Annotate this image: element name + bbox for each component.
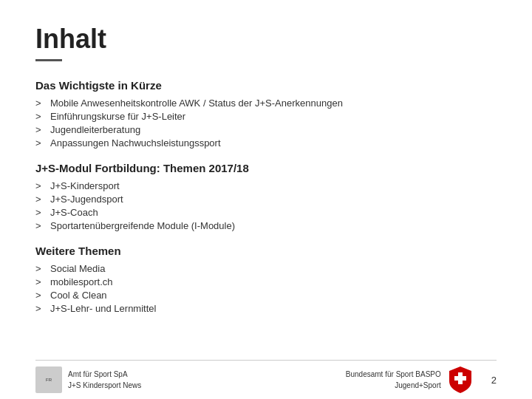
footer-right-line1: Bundesamt für Sport BASPO	[346, 369, 441, 380]
list-arrow-icon: >	[35, 276, 44, 287]
list-item-text: Einführungskurse für J+S-Leiter	[50, 111, 185, 122]
footer: FR Amt für Sport SpA J+S Kindersport New…	[35, 360, 497, 399]
list-arrow-icon: >	[35, 290, 44, 301]
list-arrow-icon: >	[35, 111, 44, 122]
list-item-text: mobilesport.ch	[50, 276, 113, 287]
right-logo	[447, 366, 474, 393]
list-arrow-icon: >	[35, 194, 44, 205]
sections-container: Das Wichtigste in Kürze>Mobile Anwesenhe…	[35, 76, 497, 327]
list-item-text: J+S-Kindersport	[50, 180, 120, 191]
list-item: >J+S-Kindersport	[35, 180, 497, 191]
footer-right-line2: Jugend+Sport	[346, 380, 441, 391]
footer-left: FR Amt für Sport SpA J+S Kindersport New…	[35, 366, 141, 393]
list-item: >Sportartenübergreifende Module (I-Modul…	[35, 220, 497, 231]
section-section-modul: J+S-Modul Fortbildung: Themen 2017/18>J+…	[35, 162, 497, 231]
list-item: >mobilesport.ch	[35, 276, 497, 287]
list-item: >Einführungskurse für J+S-Leiter	[35, 111, 497, 122]
section-title: Das Wichtigste in Kürze	[35, 79, 497, 92]
list-item: >J+S-Lehr- und Lernmittel	[35, 303, 497, 314]
list-item: >J+S-Jugendsport	[35, 194, 497, 205]
list-item: >J+S-Coach	[35, 207, 497, 218]
list-arrow-icon: >	[35, 98, 44, 109]
section-list: >J+S-Kindersport>J+S-Jugendsport>J+S-Coa…	[35, 180, 497, 231]
list-arrow-icon: >	[35, 220, 44, 231]
list-item: >Mobile Anwesenheitskontrolle AWK / Stat…	[35, 98, 497, 109]
list-item-text: Cool & Clean	[50, 290, 107, 301]
footer-right: Bundesamt für Sport BASPO Jugend+Sport 2	[346, 366, 497, 393]
footer-left-line1: Amt für Sport SpA	[68, 369, 141, 380]
footer-right-text: Bundesamt für Sport BASPO Jugend+Sport	[346, 369, 441, 391]
list-item-text: J+S-Lehr- und Lernmittel	[50, 303, 156, 314]
list-item: >Social Media	[35, 263, 497, 274]
svg-text:FR: FR	[46, 378, 52, 382]
list-arrow-icon: >	[35, 137, 44, 149]
list-item-text: Mobile Anwesenheitskontrolle AWK / Statu…	[50, 98, 343, 109]
list-item: >Anpassungen Nachwuchsleistungssport	[35, 137, 497, 149]
page-container: Inhalt Das Wichtigste in Kürze>Mobile An…	[0, 0, 532, 399]
list-item-text: Social Media	[50, 263, 105, 274]
list-arrow-icon: >	[35, 303, 44, 314]
list-arrow-icon: >	[35, 207, 44, 218]
page-title: Inhalt	[35, 24, 497, 55]
section-section-weitere: Weitere Themen>Social Media>mobilesport.…	[35, 245, 497, 314]
section-list: >Social Media>mobilesport.ch>Cool & Clea…	[35, 263, 497, 314]
list-item: >Cool & Clean	[35, 290, 497, 301]
left-logo: FR	[35, 366, 62, 393]
list-item-text: Anpassungen Nachwuchsleistungssport	[50, 137, 221, 149]
title-underline	[35, 59, 62, 61]
list-item-text: Sportartenübergreifende Module (I-Module…	[50, 220, 235, 231]
list-item-text: Jugendleiterberatung	[50, 124, 140, 135]
list-item-text: J+S-Coach	[50, 207, 98, 218]
section-list: >Mobile Anwesenheitskontrolle AWK / Stat…	[35, 98, 497, 149]
footer-left-line2: J+S Kindersport News	[68, 380, 141, 391]
list-item-text: J+S-Jugendsport	[50, 194, 123, 205]
list-arrow-icon: >	[35, 263, 44, 274]
footer-left-text: Amt für Sport SpA J+S Kindersport News	[68, 369, 141, 391]
section-title: J+S-Modul Fortbildung: Themen 2017/18	[35, 162, 497, 174]
svg-rect-3	[454, 376, 466, 381]
list-arrow-icon: >	[35, 124, 44, 135]
list-item: >Jugendleiterberatung	[35, 124, 497, 135]
fribourg-logo-icon: FR	[35, 366, 62, 393]
baspo-shield-icon	[449, 366, 471, 393]
page-number: 2	[491, 375, 497, 386]
list-arrow-icon: >	[35, 180, 44, 191]
section-section-wichtigste: Das Wichtigste in Kürze>Mobile Anwesenhe…	[35, 79, 497, 149]
section-title: Weitere Themen	[35, 245, 497, 257]
